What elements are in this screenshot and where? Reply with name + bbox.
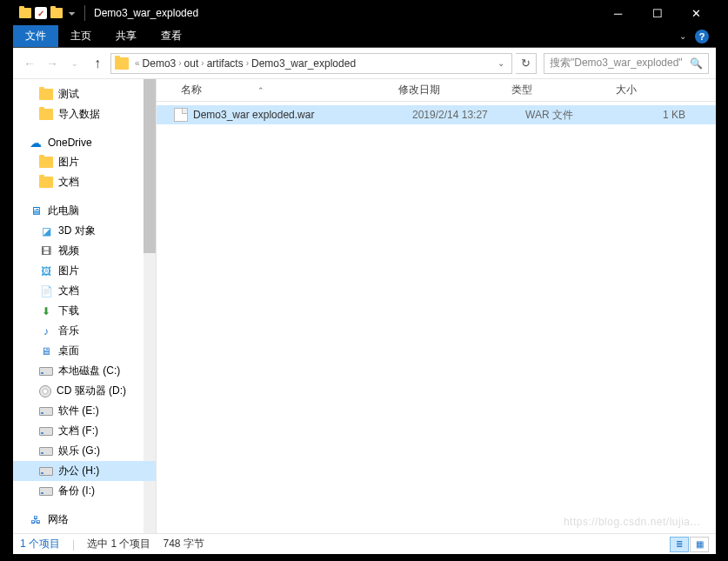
nav-drive-i[interactable]: 备份 (I:): [13, 481, 156, 501]
file-type: WAR 文件: [518, 108, 623, 123]
qat-check-icon[interactable]: ✓: [34, 6, 48, 20]
nav-onedrive-docs[interactable]: 文档: [13, 172, 156, 192]
nav-drive-c[interactable]: 本地磁盘 (C:): [13, 361, 156, 381]
file-list: Demo3_war exploded.war 2019/2/14 13:27 W…: [157, 102, 716, 533]
drive-icon: [39, 447, 53, 456]
window-title: Demo3_war_exploded: [94, 7, 198, 19]
nav-onedrive-pictures[interactable]: 图片: [13, 152, 156, 172]
picture-icon: 🖼: [39, 264, 53, 278]
back-button[interactable]: ←: [20, 54, 39, 73]
nav-videos[interactable]: 🎞视频: [13, 241, 156, 261]
column-headers: 名称⌃ 修改日期 类型 大小: [157, 79, 716, 102]
nav-onedrive[interactable]: ☁OneDrive: [13, 133, 156, 152]
network-icon: 🖧: [29, 513, 43, 527]
view-details-button[interactable]: ≣: [670, 537, 689, 552]
breadcrumb-folder-icon: [115, 57, 129, 70]
desktop-icon: 🖥: [39, 344, 53, 358]
nav-desktop[interactable]: 🖥桌面: [13, 341, 156, 361]
drive-icon: [39, 407, 53, 416]
tab-file[interactable]: 文件: [13, 25, 58, 47]
objects3d-icon: ◪: [39, 224, 53, 238]
file-name: Demo3_war exploded.war: [193, 109, 405, 121]
nav-quick-import[interactable]: 导入数据: [13, 104, 156, 124]
nav-music[interactable]: ♪音乐: [13, 321, 156, 341]
search-input[interactable]: 搜索"Demo3_war_exploded" 🔍: [544, 53, 709, 74]
nav-network[interactable]: 🖧网络: [13, 510, 156, 530]
onedrive-icon: ☁: [29, 136, 43, 150]
file-icon: [174, 108, 188, 122]
address-bar: ← → ⌄ ↑ « Demo3 › out › artifacts › Demo…: [13, 48, 716, 79]
document-icon: 📄: [39, 284, 53, 298]
column-name[interactable]: 名称⌃: [174, 83, 391, 97]
status-bar: 1 个项目 | 选中 1 个项目 748 字节 ≣ ▦: [13, 533, 716, 554]
breadcrumb-item[interactable]: Demo3_war_exploded: [251, 57, 356, 70]
nav-thispc[interactable]: 🖥此电脑: [13, 201, 156, 221]
main-area: 测试 导入数据 ☁OneDrive 图片 文档 🖥此电脑 ◪3D 对象 🎞视频 …: [13, 79, 716, 533]
recent-dropdown[interactable]: ⌄: [65, 54, 84, 73]
forward-button[interactable]: →: [43, 54, 62, 73]
help-icon[interactable]: ?: [695, 30, 709, 43]
tab-view[interactable]: 查看: [149, 25, 194, 47]
address-dropdown-icon[interactable]: ⌄: [494, 58, 508, 68]
nav-drive-h[interactable]: 办公 (H:): [13, 461, 156, 481]
breadcrumb-item[interactable]: artifacts: [207, 57, 244, 70]
drive-icon: [39, 467, 53, 476]
status-item-count: 1 个项目: [20, 537, 60, 551]
app-folder-icon: [18, 6, 32, 20]
column-date[interactable]: 修改日期: [391, 83, 504, 97]
pc-icon: 🖥: [29, 204, 43, 218]
file-date: 2019/2/14 13:27: [405, 109, 518, 121]
nav-downloads[interactable]: ⬇下载: [13, 301, 156, 321]
drive-icon: [39, 367, 53, 376]
watermark-text: https://blog.csdn.net/lujia...: [564, 516, 700, 528]
status-selected: 选中 1 个项目: [87, 537, 150, 551]
nav-quick-test[interactable]: 测试: [13, 84, 156, 104]
tab-share[interactable]: 共享: [104, 25, 149, 47]
navigation-pane: 测试 导入数据 ☁OneDrive 图片 文档 🖥此电脑 ◪3D 对象 🎞视频 …: [13, 79, 157, 533]
nav-drive-d[interactable]: CD 驱动器 (D:): [13, 381, 156, 401]
qat-folder-icon[interactable]: [50, 6, 63, 20]
video-icon: 🎞: [39, 244, 53, 258]
download-icon: ⬇: [39, 304, 53, 318]
ribbon-expand-icon[interactable]: ⌄: [679, 31, 686, 41]
up-button[interactable]: ↑: [88, 54, 107, 73]
nav-pictures[interactable]: 🖼图片: [13, 261, 156, 281]
drive-icon: [39, 487, 53, 496]
view-icons-button[interactable]: ▦: [690, 537, 709, 552]
status-bytes: 748 字节: [163, 537, 204, 551]
drive-icon: [39, 427, 53, 436]
close-button[interactable]: ✕: [677, 1, 716, 25]
explorer-window: ✓ ⏷ Demo3_war_exploded ─ ☐ ✕ 文件 主页 共享 查看…: [12, 0, 717, 555]
ribbon-tabs: 文件 主页 共享 查看 ⌄ ?: [13, 25, 716, 48]
music-icon: ♪: [39, 324, 53, 338]
column-size[interactable]: 大小: [609, 83, 678, 97]
breadcrumb-bar[interactable]: « Demo3 › out › artifacts › Demo3_war_ex…: [110, 53, 512, 74]
breadcrumb-item[interactable]: Demo3: [143, 57, 177, 70]
maximize-button[interactable]: ☐: [638, 1, 677, 25]
nav-3d-objects[interactable]: ◪3D 对象: [13, 221, 156, 241]
column-type[interactable]: 类型: [504, 83, 609, 97]
title-bar: ✓ ⏷ Demo3_war_exploded ─ ☐ ✕: [13, 1, 716, 25]
sort-asc-icon: ⌃: [257, 86, 264, 95]
nav-drive-f[interactable]: 文档 (F:): [13, 421, 156, 441]
content-pane: 名称⌃ 修改日期 类型 大小 Demo3_war exploded.war 20…: [157, 79, 716, 533]
tab-home[interactable]: 主页: [58, 25, 104, 47]
search-icon: 🔍: [690, 57, 703, 70]
nav-drive-e[interactable]: 软件 (E:): [13, 401, 156, 421]
breadcrumb-item[interactable]: out: [184, 57, 199, 70]
minimize-button[interactable]: ─: [598, 1, 638, 25]
file-row[interactable]: Demo3_war exploded.war 2019/2/14 13:27 W…: [157, 105, 716, 124]
search-placeholder: 搜索"Demo3_war_exploded": [550, 56, 683, 70]
file-size: 1 KB: [623, 109, 692, 121]
nav-drive-g[interactable]: 娱乐 (G:): [13, 441, 156, 461]
refresh-button[interactable]: ↻: [516, 53, 537, 74]
cd-icon: [39, 385, 51, 397]
nav-documents[interactable]: 📄文档: [13, 281, 156, 301]
qat-dropdown-icon[interactable]: ⏷: [65, 6, 79, 20]
